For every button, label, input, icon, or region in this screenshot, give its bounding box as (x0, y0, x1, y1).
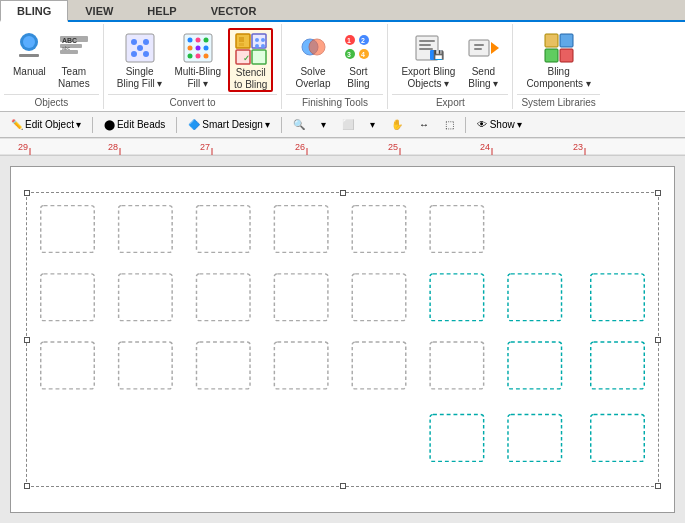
squares-grid (31, 197, 654, 487)
svg-text:27: 27 (200, 142, 210, 152)
svg-rect-97 (591, 342, 645, 389)
smart-design-button[interactable]: 🔷 Smart Design ▾ (181, 115, 277, 135)
sort-bling-button[interactable]: 1 2 3 4 SortBling (337, 28, 379, 92)
svg-rect-47 (419, 44, 431, 46)
bling-components-icon (543, 32, 575, 64)
svg-point-30 (255, 44, 259, 48)
svg-point-11 (131, 51, 137, 57)
svg-text:abc: abc (62, 45, 71, 51)
svg-rect-2 (19, 54, 39, 57)
svg-rect-94 (352, 342, 406, 389)
svg-rect-80 (352, 206, 406, 253)
svg-point-21 (187, 54, 192, 59)
svg-point-12 (143, 51, 149, 57)
convert-to-group-label: Convert to (108, 94, 278, 110)
manual-icon (13, 32, 45, 64)
svg-text:28: 28 (108, 142, 118, 152)
svg-rect-96 (508, 342, 562, 389)
svg-point-28 (255, 38, 259, 42)
svg-rect-85 (274, 274, 328, 321)
pan-button[interactable]: ✋ (384, 115, 410, 135)
ribbon: Manual ABC abc TeamNames Objects (0, 22, 685, 112)
manual-button[interactable]: Manual (8, 28, 51, 92)
svg-rect-83 (119, 274, 173, 321)
move-button[interactable]: ↔ (412, 115, 436, 135)
team-names-button[interactable]: ABC abc TeamNames (53, 28, 95, 92)
toolbar: ✏️ Edit Object ▾ ⬤ Edit Beads 🔷 Smart De… (0, 112, 685, 138)
svg-rect-95 (430, 342, 484, 389)
edit-beads-button[interactable]: ⬤ Edit Beads (97, 115, 172, 135)
svg-text:25: 25 (388, 142, 398, 152)
export-bling-button[interactable]: 💾 Export BlingObjects ▾ (396, 28, 460, 92)
sort-bling-icon: 1 2 3 4 (342, 32, 374, 64)
send-bling-button[interactable]: SendBling ▾ (462, 28, 504, 92)
svg-point-17 (203, 38, 208, 43)
svg-text:2: 2 (361, 37, 365, 44)
svg-rect-88 (508, 274, 562, 321)
handle-tm[interactable] (340, 190, 346, 196)
svg-text:ABC: ABC (62, 37, 77, 44)
handle-ml[interactable] (24, 337, 30, 343)
bling-components-button[interactable]: BlingComponents ▾ (521, 28, 595, 92)
zoom-fit-button[interactable]: ⬜ (335, 115, 361, 135)
send-bling-icon (467, 32, 499, 64)
select-button[interactable]: ⬚ (438, 115, 461, 135)
multi-bling-fill-button[interactable]: Multi-BlingFill ▾ (169, 28, 226, 92)
tab-help[interactable]: HELP (130, 0, 193, 20)
svg-rect-77 (119, 206, 173, 253)
ruler: 29 28 27 26 25 24 23 (0, 138, 685, 156)
handle-br[interactable] (655, 483, 661, 489)
svg-text:✓: ✓ (243, 54, 250, 63)
svg-rect-79 (274, 206, 328, 253)
handle-mr[interactable] (655, 337, 661, 343)
svg-rect-90 (41, 342, 95, 389)
svg-rect-56 (560, 34, 573, 47)
svg-text:23: 23 (573, 142, 583, 152)
solve-overlap-button[interactable]: SolveOverlap (290, 28, 335, 92)
zoom-dropdown-2[interactable]: ▾ (363, 115, 382, 135)
svg-point-20 (203, 46, 208, 51)
svg-point-15 (187, 38, 192, 43)
ribbon-group-finishing-tools: SolveOverlap 1 2 3 4 SortBling (282, 24, 388, 109)
svg-text:3: 3 (347, 51, 351, 58)
team-names-icon: ABC abc (58, 32, 90, 64)
svg-marker-54 (491, 42, 499, 54)
tab-bling[interactable]: BLING (0, 0, 68, 22)
svg-text:24: 24 (480, 142, 490, 152)
svg-point-19 (195, 46, 200, 51)
svg-rect-99 (508, 415, 562, 462)
svg-rect-55 (545, 34, 558, 47)
zoom-dropdown-1[interactable]: ▾ (314, 115, 333, 135)
canvas-white (10, 166, 675, 513)
svg-point-16 (195, 38, 200, 43)
zoom-button[interactable]: 🔍 (286, 115, 312, 135)
svg-rect-82 (41, 274, 95, 321)
svg-rect-33 (252, 50, 266, 64)
svg-rect-76 (41, 206, 95, 253)
export-group-label: Export (392, 94, 508, 110)
ribbon-group-system-libraries: BlingComponents ▾ System Libraries (513, 24, 603, 109)
svg-point-23 (203, 54, 208, 59)
handle-bl[interactable] (24, 483, 30, 489)
svg-text:💾: 💾 (433, 49, 444, 61)
svg-rect-100 (591, 415, 645, 462)
svg-rect-78 (196, 206, 250, 253)
svg-rect-92 (196, 342, 250, 389)
svg-text:26: 26 (295, 142, 305, 152)
svg-rect-86 (352, 274, 406, 321)
handle-tl[interactable] (24, 190, 30, 196)
single-bling-fill-icon (124, 32, 156, 64)
show-button[interactable]: 👁 Show ▾ (470, 115, 529, 135)
handle-tr[interactable] (655, 190, 661, 196)
svg-rect-87 (430, 274, 484, 321)
tab-view[interactable]: VIEW (68, 0, 130, 20)
stencil-to-bling-button[interactable]: ✓ Stencilto Bling (228, 28, 273, 92)
single-bling-fill-button[interactable]: SingleBling Fill ▾ (112, 28, 168, 92)
tab-vector[interactable]: VECTOR (194, 0, 274, 20)
svg-rect-84 (196, 274, 250, 321)
finishing-tools-group-label: Finishing Tools (286, 94, 383, 110)
svg-point-36 (309, 39, 325, 55)
ribbon-group-export: 💾 Export BlingObjects ▾ SendBling ▾ (388, 24, 513, 109)
svg-rect-46 (419, 40, 435, 42)
edit-object-button[interactable]: ✏️ Edit Object ▾ (4, 115, 88, 135)
